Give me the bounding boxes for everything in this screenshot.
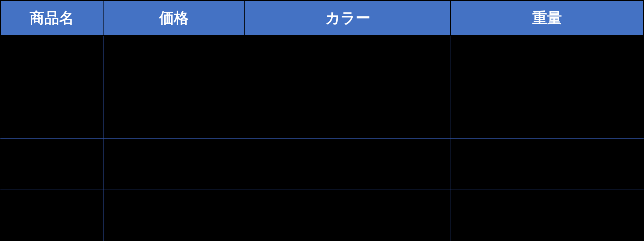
- cell-price: [103, 35, 245, 87]
- cell-name: [0, 138, 103, 190]
- col-header-price: 価格: [103, 0, 245, 35]
- table-row: [0, 138, 644, 190]
- cell-color: [245, 190, 451, 241]
- table-row: [0, 87, 644, 138]
- col-header-weight: 重量: [451, 0, 644, 35]
- table-row: [0, 35, 644, 87]
- cell-name: [0, 190, 103, 241]
- cell-price: [103, 138, 245, 190]
- cell-weight: [451, 87, 644, 138]
- cell-color: [245, 35, 451, 87]
- cell-color: [245, 87, 451, 138]
- cell-price: [103, 87, 245, 138]
- col-header-color: カラー: [245, 0, 451, 35]
- cell-color: [245, 138, 451, 190]
- cell-weight: [451, 35, 644, 87]
- table-header-row: 商品名 価格 カラー 重量: [0, 0, 644, 35]
- table-row: [0, 190, 644, 241]
- cell-price: [103, 190, 245, 241]
- cell-name: [0, 87, 103, 138]
- cell-weight: [451, 138, 644, 190]
- col-header-name: 商品名: [0, 0, 103, 35]
- cell-weight: [451, 190, 644, 241]
- cell-name: [0, 35, 103, 87]
- product-table: 商品名 価格 カラー 重量: [0, 0, 644, 241]
